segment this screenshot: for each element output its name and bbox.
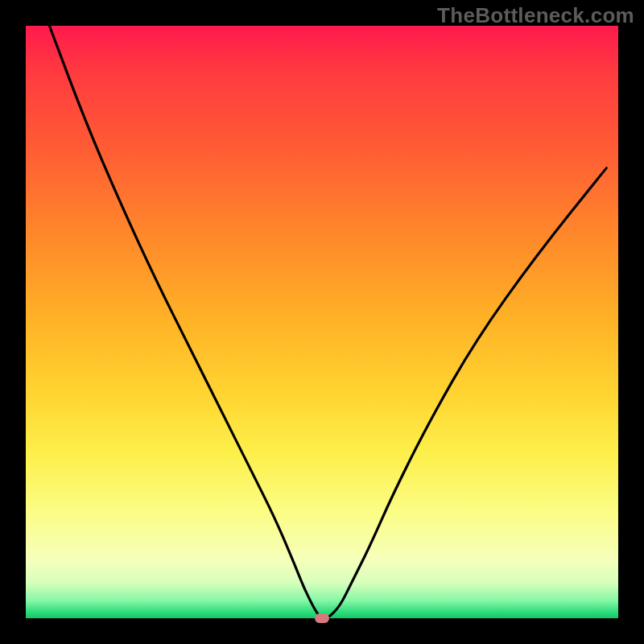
watermark-text: TheBottleneck.com [437,3,634,28]
chart-container: TheBottleneck.com [0,0,644,644]
optimal-point-marker [315,613,329,623]
plot-area [26,26,618,618]
bottleneck-curve [26,26,618,618]
